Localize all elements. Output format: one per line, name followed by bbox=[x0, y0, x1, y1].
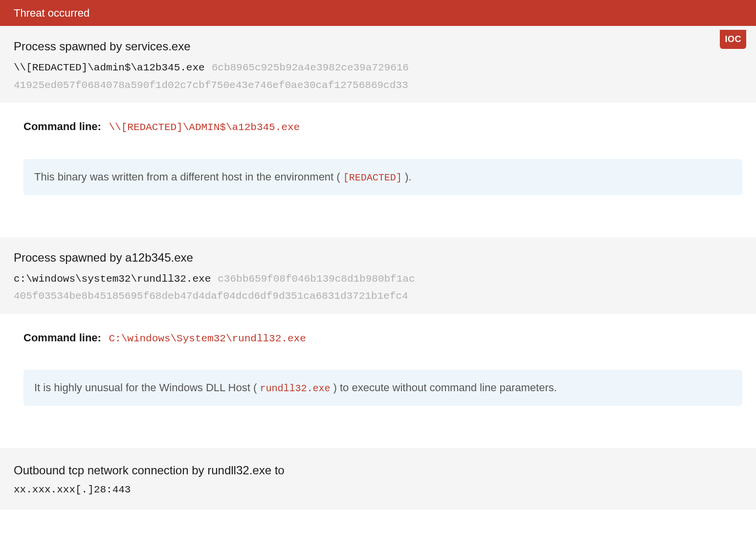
spacer bbox=[0, 211, 756, 237]
process-2-path: c:\windows\system32\rundll32.exe bbox=[14, 273, 211, 285]
info-highlight: [REDACTED] bbox=[343, 172, 402, 183]
process-2-hash1: c36bb659f08f046b139c8d1b980bf1ac bbox=[218, 273, 415, 285]
process-2-cmd-value: C:\windows\System32\rundll32.exe bbox=[109, 333, 306, 344]
info-text-pre: This binary was written from a different… bbox=[34, 171, 343, 183]
command-line-label-2: Command line: bbox=[23, 332, 101, 344]
process-1-cmd-row: Command line: \\[REDACTED]\ADMIN$\a12b34… bbox=[23, 118, 742, 135]
process-2-info-box: It is highly unusual for the Windows DLL… bbox=[23, 370, 742, 406]
info-highlight-2: rundll32.exe bbox=[260, 383, 330, 394]
process-1-info-box: This binary was written from a different… bbox=[23, 159, 742, 195]
network-address: xx.xxx.xxx[.]28:443 bbox=[14, 482, 742, 498]
process-2-path-line: c:\windows\system32\rundll32.exec36bb659… bbox=[14, 271, 742, 287]
process-2-title: Process spawned by a12b345.exe bbox=[14, 249, 742, 267]
process-2-hash2: 405f03534be8b45185695f68deb47d4daf04dcd6… bbox=[14, 289, 742, 304]
spacer-2 bbox=[0, 422, 756, 448]
network-section: Outbound tcp network connection by rundl… bbox=[0, 448, 756, 510]
info-text-post: ). bbox=[402, 171, 412, 183]
process-1-title: Process spawned by services.exe bbox=[14, 38, 742, 55]
process-section-1-header: IOC Process spawned by services.exe \\[R… bbox=[0, 26, 756, 103]
process-1-details: Command line: \\[REDACTED]\ADMIN$\a12b34… bbox=[0, 103, 756, 211]
process-1-path-line: \\[REDACTED]\admin$\a12b345.exe6cb8965c9… bbox=[14, 60, 742, 76]
threat-header-title: Threat occurred bbox=[14, 7, 89, 19]
info-text-pre-2: It is highly unusual for the Windows DLL… bbox=[34, 381, 260, 394]
network-title: Outbound tcp network connection by rundl… bbox=[14, 462, 742, 479]
process-1-hash2: 41925ed057f0684078a590f1d02c7cbf750e43e7… bbox=[14, 78, 742, 93]
info-text-post-2: ) to execute without command line parame… bbox=[330, 381, 556, 394]
process-section-2-header: Process spawned by a12b345.exe c:\window… bbox=[0, 237, 756, 314]
process-1-cmd-value: \\[REDACTED]\ADMIN$\a12b345.exe bbox=[109, 122, 300, 133]
process-2-details: Command line: C:\windows\System32\rundll… bbox=[0, 314, 756, 422]
process-1-hash1: 6cb8965c925b92a4e3982ce39a729616 bbox=[212, 62, 409, 73]
command-line-label: Command line: bbox=[23, 120, 101, 133]
process-2-cmd-row: Command line: C:\windows\System32\rundll… bbox=[23, 330, 742, 347]
threat-header: Threat occurred bbox=[0, 0, 756, 26]
process-1-path: \\[REDACTED]\admin$\a12b345.exe bbox=[14, 62, 205, 73]
ioc-badge: IOC bbox=[720, 30, 746, 49]
